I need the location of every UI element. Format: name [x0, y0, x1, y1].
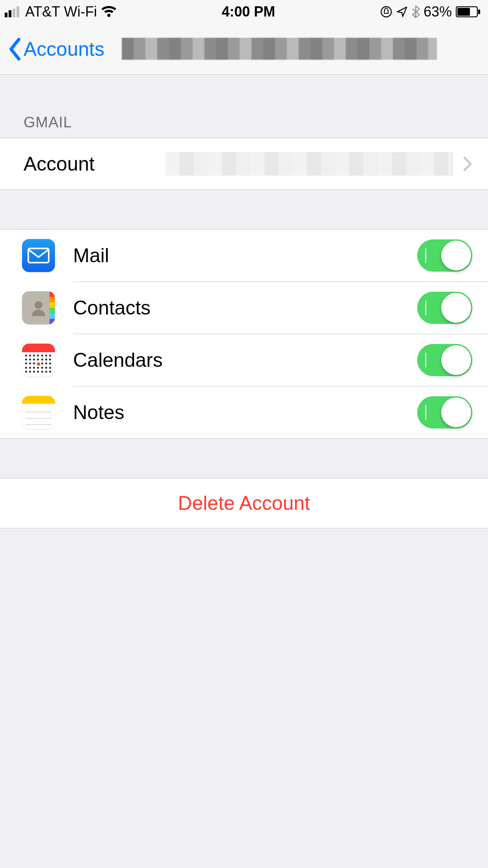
calendars-toggle[interactable] — [417, 344, 472, 376]
status-carrier: AT&T Wi-Fi — [25, 4, 97, 20]
notes-toggle[interactable] — [417, 396, 472, 428]
notes-row: Notes — [0, 386, 488, 438]
mail-row: Mail — [0, 230, 488, 281]
svg-rect-2 — [13, 9, 15, 17]
status-bar: AT&T Wi-Fi 4:00 PM 63% — [0, 0, 488, 24]
battery-icon — [456, 6, 481, 17]
delete-account-button[interactable]: Delete Account — [0, 478, 488, 528]
svg-rect-0 — [5, 13, 7, 17]
status-right: 63% — [380, 4, 481, 20]
spacer — [0, 190, 488, 229]
calendars-label: Calendars — [73, 349, 417, 371]
location-icon — [396, 6, 408, 18]
contacts-toggle[interactable] — [417, 292, 472, 324]
svg-rect-8 — [28, 248, 49, 263]
svg-rect-3 — [17, 6, 19, 17]
svg-rect-1 — [9, 10, 11, 17]
signal-icon — [5, 6, 21, 17]
notes-icon — [22, 396, 55, 429]
back-button[interactable]: Accounts — [8, 38, 105, 61]
contacts-icon — [22, 291, 55, 324]
mail-toggle[interactable] — [417, 239, 472, 272]
calendars-row: Calendars — [0, 334, 488, 386]
svg-point-9 — [35, 301, 42, 309]
mail-label: Mail — [73, 244, 417, 267]
chevron-right-icon — [463, 156, 472, 172]
contacts-row: Contacts — [0, 282, 488, 334]
back-label: Accounts — [24, 38, 105, 61]
bluetooth-icon — [412, 5, 420, 18]
wifi-icon — [101, 6, 117, 18]
account-email-redacted — [165, 152, 453, 176]
services-group: Mail Contacts — [0, 229, 488, 439]
mail-icon — [22, 239, 55, 272]
calendar-icon — [22, 344, 55, 377]
status-time: 4:00 PM — [222, 4, 275, 20]
section-header-gmail: GMAIL — [0, 75, 488, 138]
svg-rect-6 — [457, 8, 470, 16]
battery-percent: 63% — [424, 4, 452, 20]
delete-account-label: Delete Account — [178, 492, 310, 515]
nav-bar: Accounts — [0, 24, 488, 75]
status-left: AT&T Wi-Fi — [5, 4, 117, 20]
svg-rect-7 — [478, 9, 480, 14]
nav-title-redacted — [122, 38, 437, 60]
orientation-lock-icon — [380, 6, 392, 18]
chevron-left-icon — [8, 38, 21, 61]
account-row[interactable]: Account — [0, 138, 488, 190]
contacts-label: Contacts — [73, 296, 417, 319]
notes-label: Notes — [73, 401, 417, 424]
delete-group: Delete Account — [0, 478, 488, 528]
account-row-label: Account — [24, 153, 95, 175]
